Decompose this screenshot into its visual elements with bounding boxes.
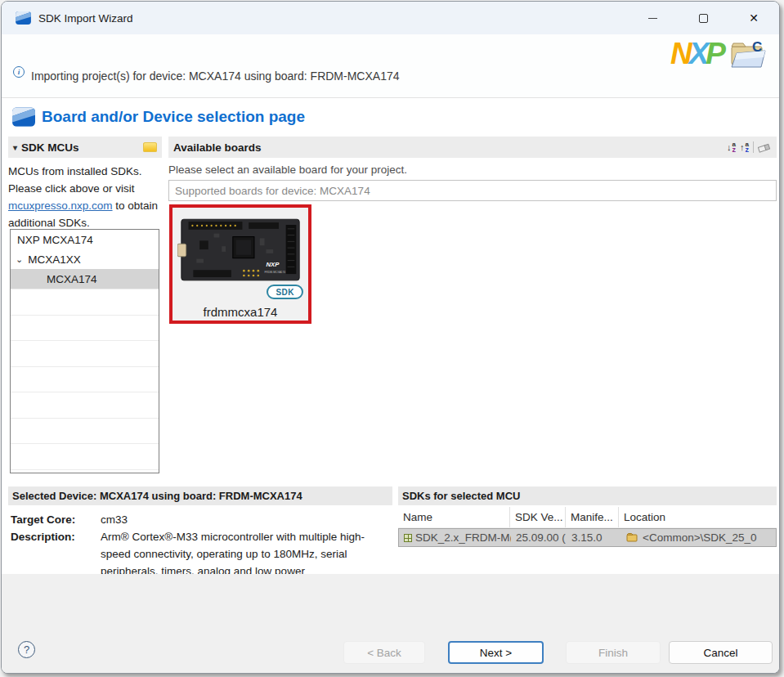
sdks-header: SDKs for selected MCU (398, 486, 777, 505)
page-title: Board and/or Device selection page (42, 108, 305, 126)
header-divider (2, 97, 779, 98)
tree-empty-row (11, 469, 159, 474)
board-name-label: frdmmcxa174 (172, 305, 308, 319)
tree-empty-row (11, 418, 159, 444)
wizard-header: i Importing project(s) for device: MCXA1… (2, 34, 779, 97)
board-tile-frdmmcxa174[interactable]: NXP FRDM-MCXA174 SDK frdmmcxa174 (169, 204, 311, 324)
arrow-down-icon: ↓ (727, 142, 732, 152)
svg-text:C: C (752, 39, 762, 55)
available-boards-panel: Available boards ↓ az ↑ az (168, 137, 777, 476)
selected-device-section: Selected Device: MCXA174 using board: FR… (8, 486, 392, 574)
next-button[interactable]: Next > (448, 641, 544, 664)
svg-text:NXP: NXP (267, 261, 280, 268)
column-header-manifest[interactable]: Manife... (566, 507, 619, 527)
close-icon: ✕ (749, 12, 759, 24)
nxp-logo: NXP (670, 38, 723, 69)
sdk-mcus-header[interactable]: ▾ SDK MCUs (8, 137, 162, 158)
tree-empty-row (11, 340, 159, 366)
sdk-mcus-title: SDK MCUs (21, 141, 79, 154)
tree-empty-row (11, 289, 159, 315)
tree-empty-row (11, 315, 159, 341)
chevron-down-icon: ⌄ (16, 254, 23, 265)
info-icon: i (13, 66, 25, 78)
tree-empty-row (11, 366, 159, 392)
sdk-package-icon (404, 534, 412, 542)
wizard-message: Importing project(s) for device: MCXA174… (31, 69, 400, 83)
description-value: Arm® Cortex®-M33 microcontroller with mu… (101, 528, 388, 580)
target-core-value: cm33 (101, 511, 392, 528)
tree-item-mcxa174[interactable]: MCXA174 (11, 269, 159, 289)
tree-empty-row (11, 392, 159, 418)
board-selection-hint: Please select an available board for you… (168, 164, 777, 176)
mcuxpresso-link[interactable]: mcuxpresso.nxp.com (8, 200, 113, 212)
board-filter-input[interactable] (168, 180, 777, 201)
arrow-up-icon: ↑ (740, 142, 745, 152)
wizard-footer: ? < Back Next > Finish Cancel (2, 574, 779, 673)
column-header-location[interactable]: Location (619, 507, 777, 527)
tree-item-nxp-mcxa174[interactable]: NXP MCXA174 (11, 230, 159, 249)
help-button[interactable]: ? (18, 641, 35, 658)
cancel-button[interactable]: Cancel (669, 641, 773, 664)
column-header-sdk-version[interactable]: SDK Ve... (510, 507, 566, 527)
available-boards-header: Available boards ↓ az ↑ az (168, 137, 777, 158)
sort-descending-button[interactable]: ↓ az (727, 141, 736, 154)
column-header-name[interactable]: Name (398, 507, 510, 527)
selected-device-header: Selected Device: MCXA174 using board: FR… (8, 486, 392, 505)
wizard-app-icon (16, 11, 31, 25)
minimize-icon (648, 18, 657, 19)
tree-item-mcxa1xx[interactable]: ⌄MCXA1XX (11, 249, 159, 269)
sdk-mcus-panel: ▾ SDK MCUs MCUs from installed SDKs. Ple… (8, 137, 162, 476)
window-title: SDK Import Wizard (38, 12, 133, 25)
available-boards-title: Available boards (173, 141, 262, 154)
maximize-button[interactable] (678, 2, 728, 34)
title-bar: SDK Import Wizard ✕ (2, 2, 779, 34)
maximize-icon (699, 14, 708, 23)
description-label: Description: (11, 528, 101, 580)
page-title-icon (12, 107, 35, 127)
sdks-section: SDKs for selected MCU Name SDK Ve... Man… (398, 486, 777, 574)
sdk-table-row[interactable]: SDK_2.x_FRDM-M( 25.09.00 ( 3.15.0 <Commo… (398, 528, 777, 547)
sdks-table: Name SDK Ve... Manife... Location SDK_2.… (398, 507, 777, 547)
clear-filter-eraser-button[interactable] (758, 142, 772, 153)
folder-icon (626, 533, 638, 542)
svg-text:FRDM-MCXA174: FRDM-MCXA174 (265, 271, 286, 274)
sdk-import-wizard-window: SDK Import Wizard ✕ i Importing project(… (1, 1, 780, 674)
back-button[interactable]: < Back (343, 641, 425, 664)
tree-empty-row (11, 443, 159, 469)
toolbar-separator (753, 141, 754, 153)
minimize-button[interactable] (627, 2, 678, 34)
close-button[interactable]: ✕ (728, 2, 779, 34)
sort-ascending-button[interactable]: ↑ az (740, 141, 749, 154)
collapse-chevron-icon: ▾ (13, 143, 17, 152)
sdk-mcus-description: MCUs from installed SDKs. Please click a… (8, 163, 160, 231)
finish-button[interactable]: Finish (566, 641, 661, 664)
target-core-label: Target Core: (11, 511, 101, 528)
sdk-badge: SDK (267, 285, 303, 299)
board-photo: NXP FRDM-MCXA174 (177, 214, 304, 286)
palette-icon[interactable] (143, 142, 157, 152)
mcu-tree: NXP MCXA174 ⌄MCXA1XX MCXA174 (10, 229, 159, 473)
c-project-folder-icon: C (728, 38, 768, 74)
